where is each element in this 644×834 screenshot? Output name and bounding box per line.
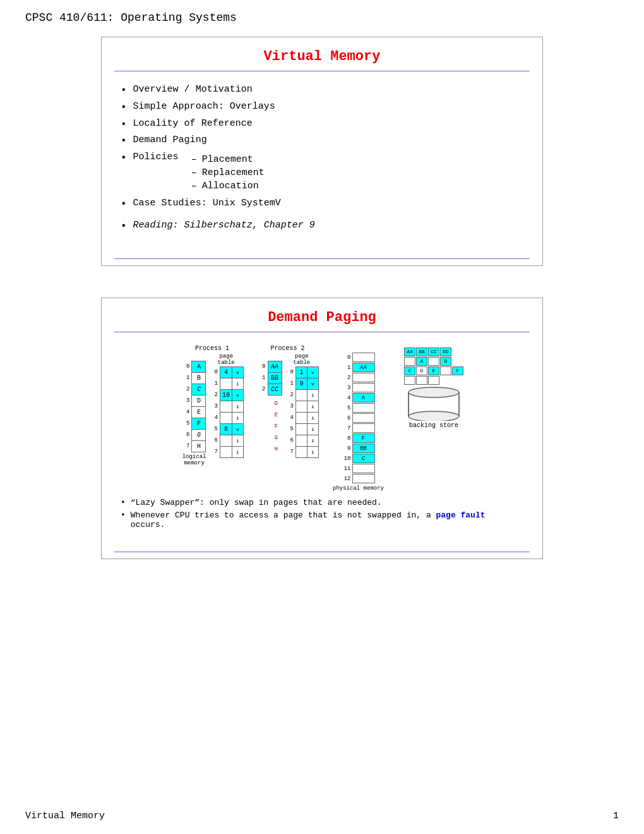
slide1-top-divider <box>114 71 530 71</box>
slide2: Demand Paging Process 1 0A 1B 2C 3D 4E <box>101 298 543 559</box>
bullet-overview: Overview / Motivation <box>121 84 523 97</box>
p1-page-table-label: pagetable <box>218 353 235 366</box>
demand-paging-diagram: Process 1 0A 1B 2C 3D 4E 5F 6G <box>102 340 542 543</box>
process1-label: Process 1 <box>195 345 229 352</box>
footer-right: 1 <box>613 811 619 821</box>
footer-left: Virtual Memory <box>25 811 105 821</box>
physical-memory-block: 0 1AA 2 3 4A 5 6 7 8F 9BB 10C 11 12 phys… <box>333 345 384 492</box>
p2-page-table: 01v 19v 2i 3i 4i 5i 6i 7i <box>285 366 319 458</box>
slide1-content: Overview / Motivation Simple Approach: O… <box>102 79 542 250</box>
p2-logical-table: 0AA 1BB 2CC <box>256 361 282 396</box>
svg-point-1 <box>408 387 459 397</box>
page-footer: Virtual Memory 1 <box>25 811 619 821</box>
bullet-overlays: Simple Approach: Overlays <box>121 101 523 114</box>
phys-col: 0 1AA 2 3 4A 5 6 7 8F 9BB 10C 11 12 <box>342 353 375 484</box>
note-page-fault: Whenever CPU tries to access a page that… <box>121 511 523 529</box>
process1-block: Process 1 0A 1B 2C 3D 4E 5F 6G <box>181 345 244 466</box>
slide2-top-divider <box>114 332 530 332</box>
slide1-title: Virtual Memory <box>102 37 542 71</box>
header-title: CPSC 410/611: Operating Systems <box>25 11 237 24</box>
p1-page-table: 04v 1i 210v 3i 4i 58v 6i 7i <box>208 366 244 458</box>
bullet-demand-paging: Demand Paging <box>121 135 523 148</box>
svg-point-2 <box>408 411 459 421</box>
slide1: Virtual Memory Overview / Motivation Sim… <box>101 37 543 266</box>
bullet-locality: Locality of Reference <box>121 118 523 131</box>
process2-tables: 0AA 1BB 2CC D E F G H <box>256 353 319 458</box>
phys-mem-label: physical memory <box>333 485 384 492</box>
slide2-title: Demand Paging <box>102 298 542 332</box>
process1-tables: 0A 1B 2C 3D 4E 5F 6G 7H logicalmemory <box>181 353 244 466</box>
bullet-case-studies: Case Studies: Unix SystemV <box>121 198 523 211</box>
p2-page-table-label: pagetable <box>293 353 310 366</box>
sub-placement: Placement <box>191 154 265 165</box>
bullet-reading: Reading: Silberschatz, Chapter 9 <box>121 220 523 233</box>
diagram-wrapper: Process 1 0A 1B 2C 3D 4E 5F 6G <box>114 345 530 492</box>
backing-store-label: backing store <box>409 422 458 429</box>
process2-block: Process 2 0AA 1BB 2CC D E <box>256 345 319 458</box>
phys-mem-spacer <box>357 345 360 351</box>
sub-bullets: Placement Replacement Allocation <box>179 154 265 194</box>
note-lazy-swapper: “Lazy Swapper”: only swap in pages that … <box>121 498 523 507</box>
p1-logical-label: logicalmemory <box>182 454 206 466</box>
reading-list: Reading: Silberschatz, Chapter 9 <box>121 220 523 233</box>
page-header: CPSC 410/611: Operating Systems <box>0 0 644 30</box>
p1-logical-table: 0A 1B 2C 3D 4E 5F 6G 7H <box>181 361 206 452</box>
p2-logical-table2: D E F G H <box>271 398 282 455</box>
demand-paging-notes: “Lazy Swapper”: only swap in pages that … <box>114 498 530 529</box>
slide1-bullets: Overview / Motivation Simple Approach: O… <box>121 84 523 211</box>
bullet-policies: Policies Placement Replacement Allocatio… <box>121 152 523 194</box>
cylinder-svg <box>405 386 462 421</box>
backing-store-block: AA BB CC DD A B C D E <box>404 348 463 429</box>
backing-store-grid: AA BB CC DD A B C D E <box>404 348 463 385</box>
process2-label: Process 2 <box>270 345 304 352</box>
sub-allocation: Allocation <box>191 181 265 191</box>
sub-replacement: Replacement <box>191 167 265 178</box>
